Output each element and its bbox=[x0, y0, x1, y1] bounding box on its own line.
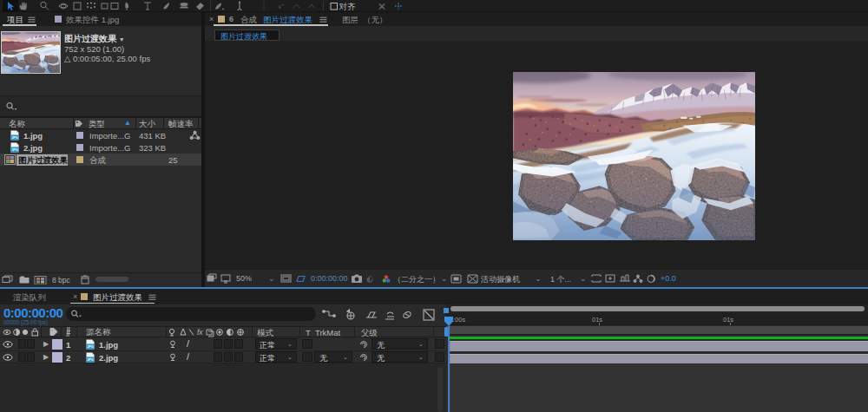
svg-text:8 bpc: 8 bpc bbox=[52, 276, 71, 284]
svg-text:对齐: 对齐 bbox=[339, 2, 357, 11]
svg-text:源名称: 源名称 bbox=[86, 327, 111, 337]
svg-text:fx: fx bbox=[197, 328, 203, 337]
